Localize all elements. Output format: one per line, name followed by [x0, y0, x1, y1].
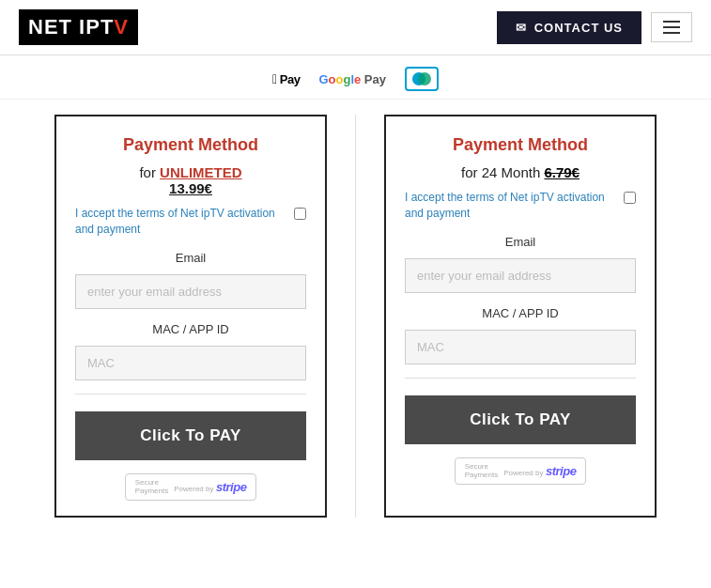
card-left-subtitle: for UNLIMETED 13.99€: [75, 164, 306, 196]
g-red2: e: [354, 72, 361, 86]
card-right-mac-label: MAC / APP ID: [405, 306, 636, 320]
apple-pay-label: Pay: [280, 72, 301, 86]
hamburger-line-3: [663, 32, 680, 34]
card-left-pay-button[interactable]: Click To PAY: [75, 411, 306, 460]
logo: NET IPTV: [19, 9, 138, 45]
stripe-right-lock-icon: SecurePayments: [465, 462, 499, 480]
vertical-divider: [355, 115, 356, 518]
card-right-email-label: Email: [405, 235, 636, 249]
card-right-secure-text: SecurePayments: [465, 462, 499, 480]
card-right-powered-by: Powered by: [503, 469, 543, 477]
hamburger-button[interactable]: [651, 12, 692, 42]
header: NET IPTV ✉ CONTACT US: [0, 0, 711, 55]
hamburger-line-2: [663, 26, 680, 28]
card-right-terms-row: I accept the terms of Net ipTV activatio…: [405, 190, 636, 222]
card-left-pay-label: Click To PAY: [140, 426, 241, 444]
card-right-subtitle: for 24 Month 6.79€: [405, 164, 636, 180]
card-left-price: 13.99€: [169, 180, 212, 196]
card-right-terms-text: I accept the terms of Net ipTV activatio…: [405, 190, 620, 222]
card-right-for: for 24 Month: [461, 164, 540, 180]
email-icon: ✉: [516, 21, 527, 35]
card-right-stripe-brand: stripe: [546, 464, 576, 478]
card-left-powered-by: Powered by: [174, 485, 213, 493]
apple-pay-icon:  Pay: [272, 71, 300, 86]
contact-button[interactable]: ✉ CONTACT US: [497, 11, 641, 44]
card-left-terms-row: I accept the terms of Net ipTV activatio…: [75, 206, 306, 238]
card-left-for: for: [139, 164, 156, 180]
apple-logo: : [272, 71, 277, 86]
contact-label: CONTACT US: [534, 21, 623, 35]
hamburger-line-1: [663, 21, 680, 23]
stripe-lock-icon: SecurePayments: [135, 478, 169, 496]
card-left-stripe-brand: stripe: [216, 480, 246, 494]
card-right-mac-input[interactable]: [405, 330, 636, 364]
payment-card-unlimited: Payment Method for UNLIMETED 13.99€ I ac…: [54, 115, 327, 518]
google-pay-icon: Google Pay: [318, 72, 386, 86]
card-left-plan: UNLIMETED: [160, 164, 242, 180]
google-pay-label: Pay: [364, 72, 386, 86]
card-right-title: Payment Method: [405, 135, 636, 155]
card-right-stripe-powered: Powered by stripe: [503, 464, 576, 478]
card-right-price: 6.79€: [544, 164, 580, 180]
logo-v: V: [114, 15, 129, 39]
card-left-email-label: Email: [75, 251, 306, 265]
g-blue: G: [318, 72, 328, 86]
card-left-stripe-powered: Powered by stripe: [174, 480, 246, 494]
card-left-stripe-badge: SecurePayments Powered by stripe: [125, 473, 257, 501]
card-left-terms-checkbox[interactable]: [294, 208, 306, 220]
card-left-mac-input[interactable]: [75, 346, 306, 380]
card-right-terms-checkbox[interactable]: [624, 192, 636, 204]
card-left-title: Payment Method: [75, 135, 306, 155]
main-content: Payment Method for UNLIMETED 13.99€ I ac…: [0, 100, 711, 533]
card-right-pay-button[interactable]: Click To PAY: [405, 395, 636, 444]
header-right: ✉ CONTACT US: [497, 11, 692, 44]
card-right-stripe-badge: SecurePayments Powered by stripe: [455, 457, 587, 485]
payment-icons-bar:  Pay Google Pay: [0, 55, 711, 100]
card-left-terms-text: I accept the terms of Net ipTV activatio…: [75, 206, 290, 238]
card-left-secure-text: SecurePayments: [135, 478, 169, 496]
cb-icon-inner: [412, 72, 431, 85]
card-right-pay-label: Click To PAY: [470, 410, 571, 428]
card-right-divider: [405, 378, 636, 379]
card-left-email-input[interactable]: [75, 274, 306, 309]
cb-payment-icon: [405, 67, 439, 91]
cb-circle-right: [418, 72, 431, 85]
card-left-divider: [75, 394, 306, 395]
payment-card-24month: Payment Method for 24 Month 6.79€ I acce…: [384, 115, 657, 518]
card-right-email-input[interactable]: [405, 258, 636, 293]
card-left-mac-label: MAC / APP ID: [75, 322, 306, 336]
